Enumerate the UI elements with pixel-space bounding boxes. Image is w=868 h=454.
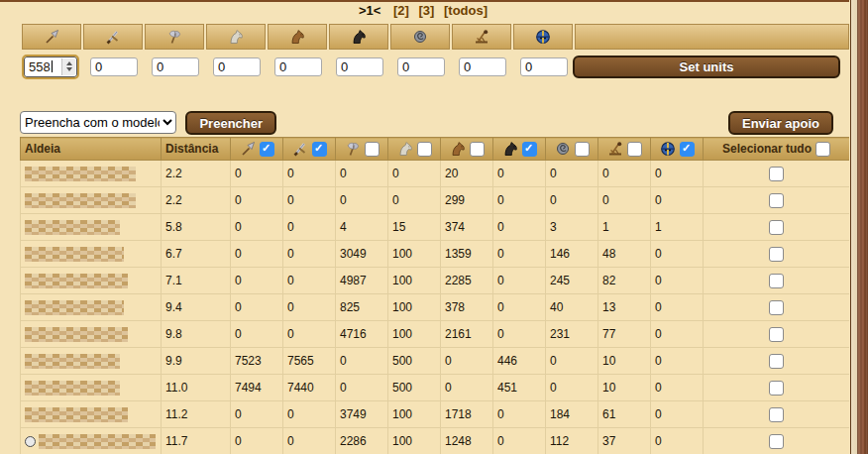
axe-icon [166, 29, 182, 45]
heavy-count-input[interactable] [336, 57, 383, 76]
column-catapult-checkbox[interactable] [627, 142, 642, 157]
light-count-cell: 374 [441, 214, 493, 241]
light-count-cell: 378 [441, 294, 493, 321]
unit-icon-bar [22, 24, 849, 50]
spear-count-cell: 0 [231, 214, 283, 241]
spear-count-input[interactable]: 558 [24, 57, 77, 77]
row-select-checkbox[interactable] [769, 354, 784, 369]
column-sword-checkbox[interactable] [312, 142, 327, 157]
row-select-checkbox[interactable] [769, 220, 784, 235]
row-select-checkbox[interactable] [769, 300, 784, 315]
light-count-input[interactable] [274, 57, 322, 76]
heavy-count-cell: 0 [493, 268, 546, 294]
spear-count-cell: 0 [231, 161, 283, 187]
ram-count-cell: 3 [546, 214, 598, 241]
row-select-checkbox[interactable] [769, 407, 784, 422]
knight-icon [535, 29, 551, 45]
village-name-redacted[interactable] [25, 327, 128, 342]
spear-icon [44, 29, 59, 45]
axe-count-cell: 4987 [336, 268, 388, 294]
scout-count-cell: 100 [388, 294, 441, 321]
ram-count-input[interactable] [397, 57, 445, 76]
village-name-redacted[interactable] [25, 167, 136, 181]
column-spear-checkbox[interactable] [260, 142, 274, 157]
template-select[interactable]: Preencha com o modelo . . [20, 111, 176, 134]
axe-count-input[interactable] [152, 57, 199, 76]
village-name-redacted[interactable] [25, 300, 124, 315]
catapult-count-input[interactable] [459, 57, 506, 76]
distance-cell: 9.9 [162, 348, 231, 375]
set-units-button[interactable]: Set units [573, 56, 840, 78]
unit-bar-cell-knight [513, 24, 573, 50]
light-count-cell: 0 [441, 375, 493, 401]
scout-count-input[interactable] [213, 57, 261, 76]
village-name-redacted[interactable] [25, 193, 136, 208]
row-select-checkbox[interactable] [769, 327, 784, 342]
column-scout-checkbox[interactable] [417, 142, 432, 157]
knight-count-cell: 0 [651, 401, 704, 428]
village-row: 11.700228610012480112370 [21, 428, 850, 454]
axe-count-cell: 4716 [336, 321, 388, 348]
scout-count-cell: 0 [388, 161, 441, 187]
knight-count-cell: 0 [651, 161, 704, 187]
axe-count-cell: 3049 [336, 241, 388, 268]
unit-bar-cell-spear [22, 24, 81, 50]
sword-icon [105, 29, 121, 45]
village-name-redacted[interactable] [25, 381, 120, 396]
unit-input-cell-sword [83, 54, 143, 79]
row-select-cell [704, 187, 850, 214]
column-knight-checkbox[interactable] [680, 142, 695, 157]
village-cell [21, 348, 162, 375]
ram-count-cell: 0 [546, 161, 598, 187]
pagination-page-2-link[interactable]: [2] [393, 3, 409, 18]
village-row: 7.100498710022850245820 [21, 268, 850, 294]
axe-count-cell: 2286 [336, 428, 388, 454]
column-heavy-checkbox[interactable] [522, 142, 537, 157]
scout-count-cell: 100 [388, 428, 441, 454]
village-name-redacted[interactable] [25, 354, 120, 369]
spear-count-cell: 0 [231, 187, 283, 214]
heavy-count-cell: 0 [493, 241, 546, 268]
catapult-count-cell: 48 [598, 241, 651, 268]
column-light-checkbox[interactable] [470, 142, 485, 157]
unit-input-cell-light [268, 54, 327, 79]
sword-count-cell: 0 [283, 241, 336, 268]
village-name-redacted[interactable] [25, 274, 128, 288]
village-name-redacted[interactable] [25, 407, 128, 422]
unit-input-cell-knight [513, 54, 573, 79]
select-all-checkbox[interactable] [815, 142, 830, 157]
village-name-redacted[interactable] [25, 247, 124, 262]
column-axe-checkbox[interactable] [365, 142, 380, 157]
pagination-page-3-link[interactable]: [3] [419, 3, 435, 18]
heavy-count-cell: 0 [493, 428, 546, 454]
column-header-catapult [598, 138, 651, 161]
column-header-heavy [493, 138, 546, 161]
village-cell [21, 187, 162, 214]
village-cell [21, 401, 162, 428]
row-select-checkbox[interactable] [769, 381, 784, 396]
row-select-checkbox[interactable] [769, 247, 784, 262]
heavy-count-cell: 0 [493, 161, 546, 187]
knight-count-cell: 0 [651, 375, 704, 401]
column-ram-checkbox[interactable] [575, 142, 590, 157]
village-row: 5.8004153740311 [21, 214, 850, 241]
row-select-checkbox[interactable] [769, 274, 784, 288]
village-name-redacted[interactable] [25, 220, 120, 235]
send-support-button[interactable]: Enviar apoio [728, 111, 833, 135]
spear-count-cell: 0 [231, 241, 283, 268]
pagination-all-pages-link[interactable]: [todos] [444, 3, 488, 18]
village-cell [21, 375, 162, 401]
fill-template-button[interactable]: Preencher [185, 111, 276, 135]
distance-cell: 7.1 [162, 268, 231, 294]
number-spinner[interactable] [61, 58, 75, 75]
knight-count-input[interactable] [520, 57, 568, 76]
row-select-checkbox[interactable] [769, 434, 784, 449]
sword-count-input[interactable] [90, 57, 138, 76]
distance-cell: 6.7 [162, 241, 231, 268]
village-name-redacted[interactable] [39, 434, 156, 449]
knight-count-cell: 0 [651, 294, 704, 321]
row-select-checkbox[interactable] [769, 193, 784, 208]
village-row: 11.200374910017180184610 [21, 401, 850, 428]
sword-count-cell: 0 [283, 321, 336, 348]
row-select-checkbox[interactable] [769, 167, 784, 181]
